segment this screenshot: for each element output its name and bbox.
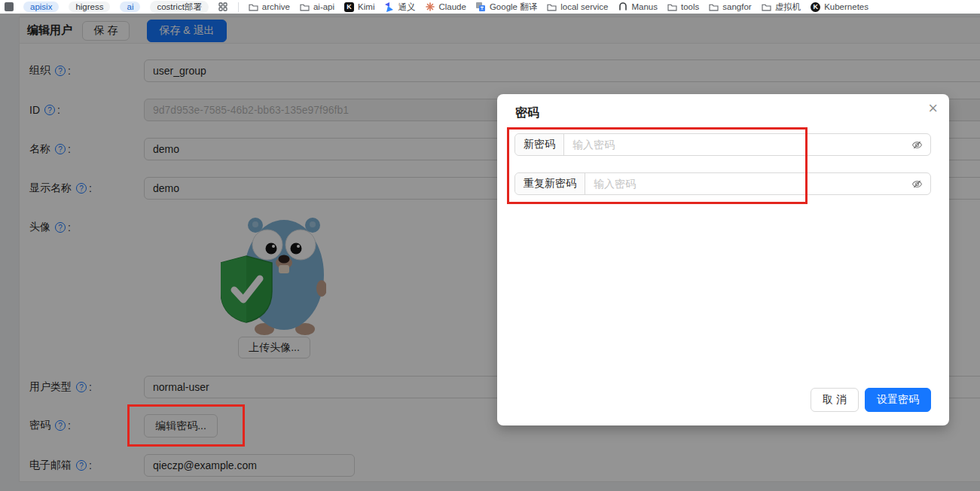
bookmark-kubernetes[interactable]: K Kubernetes	[811, 2, 869, 12]
close-icon[interactable]: ×	[928, 99, 938, 118]
bookmark-google-translate[interactable]: Google 翻译	[476, 2, 537, 13]
new-password-group: 新密码	[514, 133, 931, 156]
set-password-button[interactable]: 设置密码	[865, 388, 931, 412]
password-modal: 密码 × 新密码 重复新密码 取 消 设置密码	[497, 94, 949, 425]
bookmark-label: Claude	[438, 2, 466, 11]
bookmark-apisix[interactable]: apisix	[23, 2, 59, 12]
tongyi-icon	[384, 2, 394, 12]
modal-footer: 取 消 设置密码	[811, 388, 931, 412]
bookmark-label: Kimi	[358, 2, 374, 11]
modal-title: 密码	[515, 105, 539, 121]
bookmark-tools[interactable]: tools	[667, 2, 699, 12]
new-password-input[interactable]	[564, 134, 904, 155]
bookmark-tongyi[interactable]: 通义	[384, 2, 415, 13]
folder-icon	[762, 2, 771, 12]
kimi-icon: K	[344, 2, 354, 12]
bookmark-archive[interactable]: archive	[249, 2, 290, 12]
bookmark-label: Kubernetes	[824, 2, 869, 11]
eye-invisible-icon[interactable]	[904, 173, 930, 194]
bookmark-label: Manus	[631, 2, 658, 11]
google-translate-icon	[476, 2, 486, 12]
bookmark-label: local service	[560, 2, 608, 11]
folder-icon	[709, 2, 719, 12]
bookmark-kimi[interactable]: K Kimi	[344, 2, 374, 12]
bookmark-label: archive	[262, 2, 290, 11]
bookmark-label: tools	[681, 2, 699, 11]
bookmark-label: ai-api	[313, 2, 334, 11]
repeat-password-group: 重复新密码	[514, 172, 931, 195]
bookmark-claude[interactable]: Claude	[425, 2, 466, 12]
bookmark-label: sangfor	[722, 2, 751, 11]
bookmark-costrict[interactable]: costrict部署	[150, 1, 208, 14]
bookmark-vm[interactable]: 虚拟机	[762, 2, 801, 13]
folder-icon	[300, 2, 310, 12]
bookmark-higress[interactable]: higress	[69, 2, 110, 12]
manus-icon	[618, 2, 627, 12]
eye-invisible-icon[interactable]	[904, 134, 930, 155]
bookmark-sangfor[interactable]: sangfor	[709, 2, 751, 12]
apps-grid-icon[interactable]	[218, 2, 228, 12]
bookmark-ai[interactable]: ai	[120, 2, 140, 12]
repeat-password-input[interactable]	[585, 173, 904, 194]
bookmark-local-service[interactable]: local service	[547, 2, 608, 12]
pinned-site-icon[interactable]	[5, 2, 14, 11]
bookmarks-separator	[238, 2, 239, 12]
bookmark-label: 通义	[398, 2, 415, 13]
browser-bookmarks-bar: apisix higress ai costrict部署 archive ai-…	[0, 0, 980, 14]
edit-user-page: 编辑用户 保 存 保存 & 退出 组织 ? : ID ? : 名称 ? : 显示…	[0, 14, 980, 491]
folder-icon	[249, 2, 258, 12]
bookmark-manus[interactable]: Manus	[618, 2, 658, 12]
bookmark-label: 虚拟机	[775, 2, 801, 13]
repeat-password-label: 重复新密码	[515, 173, 585, 194]
folder-icon	[547, 2, 557, 12]
claude-icon	[425, 2, 435, 12]
bookmark-ai-api[interactable]: ai-api	[300, 2, 334, 12]
cancel-button[interactable]: 取 消	[811, 388, 859, 412]
kubernetes-icon: K	[811, 2, 820, 12]
folder-icon	[667, 2, 677, 12]
new-password-label: 新密码	[515, 134, 564, 155]
bookmark-label: Google 翻译	[490, 2, 537, 13]
